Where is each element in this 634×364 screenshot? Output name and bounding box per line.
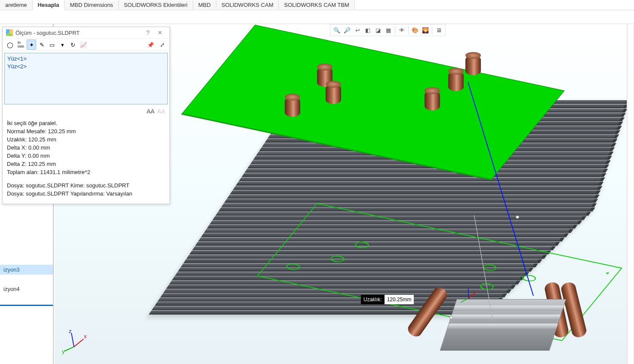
zoom-to-fit-icon[interactable]: 🔍	[333, 26, 341, 34]
tab-hesapla[interactable]: Hesapla	[33, 0, 65, 10]
result-dz: Delta Z: 120.25 mm	[7, 160, 165, 168]
svg-line-2	[71, 333, 74, 347]
annotation-value: 120.25mm	[385, 295, 414, 304]
result-area: Toplam alan: 11431.1 milimetre^2	[7, 168, 165, 176]
font-bigger-button[interactable]: AA	[147, 108, 155, 115]
zoom-area-icon[interactable]: 🔎	[343, 26, 351, 34]
heatsink-model: +	[209, 43, 605, 355]
svg-text:y: y	[62, 348, 65, 355]
svg-text:x: x	[84, 333, 87, 340]
xyz-icon[interactable]: ✦	[27, 40, 36, 50]
heatpipe-stub	[326, 84, 341, 104]
result-parallel: İki seçili öğe paralel.	[7, 119, 165, 127]
history-icon[interactable]: ↻	[68, 40, 77, 50]
apply-scene-icon[interactable]: 🌄	[422, 26, 429, 34]
measure-dialog[interactable]: Ölçüm - sogutuc.SLDPRT ? ✕ ◯ in mm ✦ ✎ ▭…	[2, 27, 170, 204]
pin-icon[interactable]: 📌	[145, 40, 156, 50]
selection-list[interactable]: Yüz<1> Yüz<2>	[4, 53, 168, 104]
ribbon-body	[0, 10, 634, 24]
svg-line-7	[461, 299, 468, 303]
origin-triad[interactable]	[457, 285, 480, 308]
dropdown-icon[interactable]: ▾	[58, 40, 67, 50]
vertical-scrollbar[interactable]	[627, 24, 634, 364]
prev-view-icon[interactable]: ↩︎	[354, 26, 361, 34]
dialog-titlebar[interactable]: Ölçüm - sogutuc.SLDPRT ? ✕	[3, 27, 169, 38]
point-icon[interactable]: ✎	[37, 40, 46, 50]
result-file1: Dosya: sogutuc.SLDPRT Kime: sogutuc.SLDP…	[7, 181, 165, 190]
close-button[interactable]: ✕	[154, 29, 166, 36]
tab-sw-cam[interactable]: SOLIDWORKS CAM	[216, 0, 279, 9]
hide-show-icon[interactable]: 👁	[398, 26, 406, 34]
svg-line-1	[65, 347, 74, 351]
result-normal-distance: Normal Mesafe: 120.25 mm	[7, 127, 165, 135]
scrollbar-thumb[interactable]	[628, 24, 633, 364]
arc-mode-icon[interactable]: ◯	[5, 40, 15, 50]
svg-line-0	[74, 339, 83, 347]
result-dx: Delta X: 0.00 mm	[7, 144, 165, 152]
tab-sw-eklentileri[interactable]: SOLIDWORKS Eklentileri	[119, 0, 193, 9]
measure-toolbar: ◯ in mm ✦ ✎ ▭ ▾ ↻ 📈 📌 ⤢	[3, 38, 169, 51]
view-settings-icon[interactable]: 🖥	[435, 26, 443, 34]
base-ridge	[450, 315, 561, 320]
tab-sw-cam-tbm[interactable]: SOLIDWORKS CAM TBM	[279, 0, 354, 9]
section-view-icon[interactable]: ◧	[364, 26, 372, 34]
annotation-label: Uzaklık:	[361, 295, 385, 304]
config-item-izyon4[interactable]: izyon4	[0, 284, 53, 294]
separator	[408, 26, 409, 34]
font-size-controls: AA AA	[3, 106, 169, 116]
view-toolbar: 🔍 🔎 ↩︎ ◧ ◪ ▦ 👁 🎨 🌄 🖥	[330, 24, 446, 36]
tab-aretleme[interactable]: aretleme	[0, 0, 33, 9]
sketch-marker: +	[604, 270, 612, 276]
separator	[432, 26, 432, 34]
selection-item[interactable]: Yüz<1>	[7, 55, 165, 63]
orientation-triad[interactable]: x y z	[61, 330, 87, 355]
result-file2: Dosya: sogutuc.SLDPRT Yapılandırma: Vars…	[7, 190, 165, 198]
selection-item[interactable]: Yüz<2>	[7, 63, 165, 70]
units-icon[interactable]: in mm	[16, 40, 26, 50]
distance-annotation: Uzaklık: 120.25mm	[361, 295, 414, 304]
config-item-izyon3[interactable]: izyon3	[0, 265, 53, 275]
heatpipe-stub	[285, 97, 300, 117]
view-orient-icon[interactable]: ◪	[374, 26, 382, 34]
edit-appearance-icon[interactable]: 🎨	[411, 26, 419, 34]
result-distance: Uzaklık: 120.25 mm	[7, 135, 165, 144]
tab-mbd[interactable]: MBD	[193, 0, 216, 9]
measure-endpoint	[516, 215, 519, 219]
heatpipe-stub	[465, 55, 481, 75]
sensor-icon[interactable]: 📈	[78, 40, 89, 50]
font-smaller-button[interactable]: AA	[157, 108, 165, 115]
heatpipe-stub	[448, 71, 464, 91]
expand-icon[interactable]: ⤢	[157, 40, 167, 50]
svg-text:z: z	[69, 330, 72, 334]
tab-mbd-dimensions[interactable]: MBD Dimensions	[65, 0, 118, 9]
help-button[interactable]: ?	[142, 29, 154, 36]
projected-icon[interactable]: ▭	[47, 40, 57, 50]
base-ridge	[447, 324, 558, 329]
solidworks-icon	[6, 29, 13, 36]
dialog-title: Ölçüm - sogutuc.SLDPRT	[15, 30, 80, 36]
heatpipe-stub	[425, 91, 440, 110]
svg-line-6	[468, 292, 476, 298]
result-dy: Delta Y: 0.00 mm	[7, 152, 165, 160]
separator	[395, 26, 395, 34]
measure-endpoint	[449, 316, 453, 319]
ribbon-tabs: aretleme Hesapla MBD Dimensions SOLIDWOR…	[0, 0, 634, 10]
measure-results: İki seçili öğe paralel. Normal Mesafe: 1…	[3, 116, 169, 204]
display-style-icon[interactable]: ▦	[385, 26, 392, 34]
panel-divider	[0, 305, 53, 306]
